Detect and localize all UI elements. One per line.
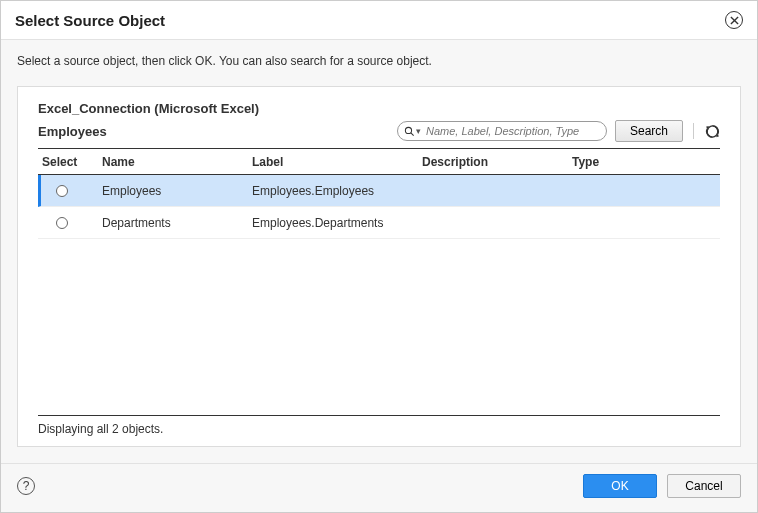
row-name: Employees (102, 184, 252, 198)
col-select: Select (42, 155, 102, 169)
row-radio[interactable] (56, 217, 68, 229)
col-name: Name (102, 155, 252, 169)
dialog-title: Select Source Object (15, 12, 165, 29)
table-row[interactable]: Departments Employees.Departments (38, 207, 720, 239)
search-icon (404, 126, 415, 137)
col-type: Type (572, 155, 692, 169)
status-text: Displaying all 2 objects. (38, 415, 720, 436)
refresh-icon[interactable] (704, 123, 720, 139)
col-description: Description (422, 155, 572, 169)
search-button[interactable]: Search (615, 120, 683, 142)
table-row[interactable]: Employees Employees.Employees (38, 175, 720, 207)
entity-name: Employees (38, 124, 107, 139)
ok-button[interactable]: OK (583, 474, 657, 498)
cancel-button[interactable]: Cancel (667, 474, 741, 498)
close-icon[interactable] (725, 11, 743, 29)
search-input[interactable] (424, 124, 598, 138)
search-dropdown-caret[interactable]: ▾ (416, 126, 421, 136)
connection-title: Excel_Connection (Microsoft Excel) (38, 101, 720, 116)
row-label: Employees.Departments (252, 216, 422, 230)
svg-line-3 (411, 132, 414, 135)
svg-point-2 (405, 127, 411, 133)
search-field[interactable]: ▾ (397, 121, 607, 141)
help-icon[interactable]: ? (17, 477, 35, 495)
row-name: Departments (102, 216, 252, 230)
toolbar-separator (693, 123, 694, 139)
instruction-text: Select a source object, then click OK. Y… (1, 40, 757, 86)
col-label: Label (252, 155, 422, 169)
row-radio[interactable] (56, 185, 68, 197)
row-label: Employees.Employees (252, 184, 422, 198)
object-table: Select Name Label Description Type Emplo… (38, 148, 720, 239)
